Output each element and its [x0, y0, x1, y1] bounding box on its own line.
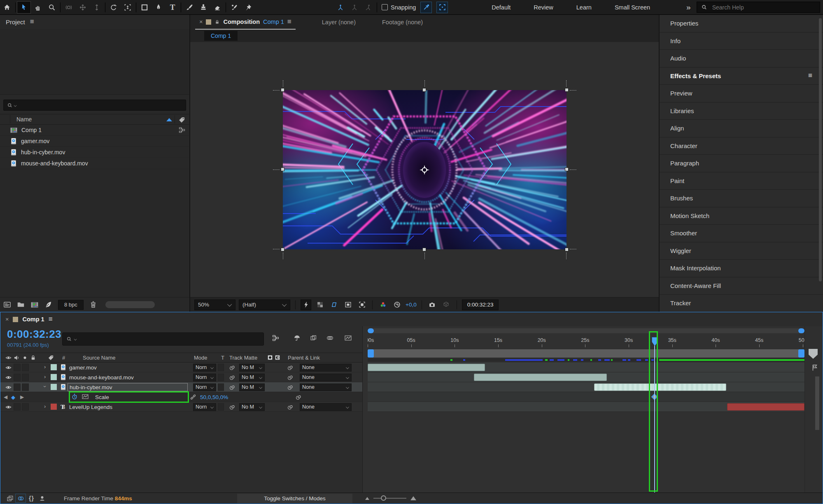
- timeline-graph-area[interactable]: 0:00s05s10s15s20s25s30s35s40s45s50s: [368, 326, 804, 492]
- sidebar-panel-properties[interactable]: Properties: [660, 15, 823, 33]
- selection-handle[interactable]: [281, 167, 284, 171]
- label-color-swatch[interactable]: [51, 364, 57, 370]
- time-ruler[interactable]: 0:00s05s10s15s20s25s30s35s40s45s50s: [368, 335, 804, 348]
- quill-icon[interactable]: [44, 301, 52, 309]
- flowchart-icon[interactable]: [179, 127, 185, 133]
- preserve-transparency-cell[interactable]: [218, 383, 224, 391]
- close-icon[interactable]: ×: [5, 316, 9, 323]
- label-color-swatch[interactable]: [51, 404, 57, 410]
- shy-layers-icon[interactable]: [37, 494, 47, 503]
- expand-arrow-icon[interactable]: ›: [44, 403, 46, 409]
- selection-handle[interactable]: [565, 88, 569, 92]
- collapse-arrow-icon[interactable]: ›: [42, 386, 48, 387]
- mode-dropdown[interactable]: Norn: [193, 403, 216, 411]
- sidebar-panel-tracker[interactable]: Tracker: [660, 295, 823, 312]
- video-frame[interactable]: [283, 90, 567, 249]
- home-icon[interactable]: [0, 1, 14, 14]
- sidebar-panel-preview[interactable]: Preview: [660, 85, 823, 102]
- parent-dropdown[interactable]: None: [300, 403, 352, 411]
- audio-switch-cell[interactable]: [14, 364, 21, 371]
- preserve-transparency-cell[interactable]: [218, 364, 224, 371]
- sidebar-panel-paint[interactable]: Paint: [660, 172, 823, 190]
- keyframe-at-time-icon[interactable]: ◆: [11, 394, 15, 400]
- label-column-tag-icon[interactable]: [48, 355, 54, 361]
- project-item-gamer[interactable]: gamer.mov: [0, 136, 189, 147]
- eraser-tool[interactable]: [210, 1, 224, 14]
- lock-icon[interactable]: [214, 19, 220, 25]
- workspace-default[interactable]: Default: [480, 4, 522, 11]
- interpret-footage-icon[interactable]: [3, 301, 11, 309]
- eye-icon[interactable]: [5, 384, 12, 390]
- selection-handle[interactable]: [422, 88, 426, 92]
- project-search-input[interactable]: [19, 102, 182, 109]
- selection-tool[interactable]: [17, 1, 31, 14]
- brush-tool[interactable]: [182, 1, 196, 14]
- project-item-hub-in-cyber[interactable]: hub-in-cyber.mov: [0, 147, 189, 158]
- workspace-learn[interactable]: Learn: [565, 4, 603, 11]
- tab-composition[interactable]: × Composition Comp 1 ≡: [195, 15, 296, 30]
- exposure-value[interactable]: +0,0: [406, 302, 417, 308]
- dimension-link-icon[interactable]: [190, 394, 196, 400]
- sidebar-panel-character[interactable]: Character: [660, 137, 823, 155]
- number-column[interactable]: #: [62, 355, 65, 361]
- fast-previews-icon[interactable]: [301, 300, 311, 310]
- exposure-icon[interactable]: [392, 300, 402, 310]
- sidebar-panel-motion-sketch[interactable]: Motion Sketch: [660, 207, 823, 225]
- parent-link-column[interactable]: Parent & Link: [288, 355, 320, 361]
- layer-bar[interactable]: [727, 403, 804, 411]
- layer-name[interactable]: mouse-and-keyboard.mov: [69, 372, 134, 382]
- sidebar-panel-audio[interactable]: Audio: [660, 50, 823, 67]
- timeline-vertical-scrollbar[interactable]: [815, 376, 819, 430]
- puppet-pin-tool[interactable]: [241, 1, 255, 14]
- preserve-transparency-cell[interactable]: [218, 403, 224, 411]
- show-snapshot-icon[interactable]: [441, 300, 452, 310]
- sidebar-panel-libraries[interactable]: Libraries: [660, 102, 823, 120]
- type-tool[interactable]: T: [166, 1, 180, 14]
- comp-subtab[interactable]: Comp 1: [204, 31, 238, 41]
- view-axis-mode-icon[interactable]: [360, 1, 377, 14]
- panel-menu-icon[interactable]: ≡: [49, 315, 53, 323]
- layer-row-2[interactable]: › 2 mouse-and-keyboard.mov Norn No M Non…: [0, 372, 362, 382]
- transparency-grid-icon[interactable]: [315, 300, 325, 310]
- quality-icon[interactable]: [811, 364, 818, 372]
- panel-menu-icon[interactable]: ≡: [287, 18, 291, 26]
- project-item-mouse-and-keyboard[interactable]: mouse-and-keyboard.mov: [0, 158, 189, 169]
- timeline-horizontal-scrollbar[interactable]: [368, 328, 804, 333]
- world-axis-mode-icon[interactable]: [347, 1, 361, 14]
- tab-layer[interactable]: Layer (none): [298, 19, 380, 26]
- work-area-bar[interactable]: [368, 349, 804, 358]
- expand-arrow-icon[interactable]: ›: [44, 364, 46, 370]
- selection-handle[interactable]: [281, 88, 284, 92]
- new-folder-icon[interactable]: [17, 301, 25, 309]
- sidebar-panel-align[interactable]: Align: [660, 120, 823, 137]
- label-color-swatch[interactable]: [51, 384, 57, 390]
- help-search-input[interactable]: [711, 4, 794, 11]
- parent-dropdown[interactable]: None: [300, 364, 352, 372]
- parent-pick-whip-icon[interactable]: [287, 404, 294, 410]
- layer-name[interactable]: gamer.mov: [69, 362, 97, 372]
- track-matte-dropdown[interactable]: No M: [239, 403, 265, 411]
- workspace-review[interactable]: Review: [522, 4, 565, 11]
- sort-ascending-icon[interactable]: [166, 118, 172, 121]
- next-keyframe-icon[interactable]: ▶: [20, 394, 24, 400]
- motion-blur-icon[interactable]: [326, 334, 333, 341]
- layer-lane[interactable]: [368, 382, 804, 392]
- lock-switch-cell[interactable]: [22, 374, 29, 381]
- sidebar-panel-effects-presets[interactable]: Effects & Presets≡: [660, 67, 823, 85]
- project-scrollbar[interactable]: [105, 301, 155, 308]
- eye-icon[interactable]: [5, 364, 12, 371]
- audio-switch-cell[interactable]: [14, 374, 21, 381]
- selection-handle[interactable]: [281, 248, 284, 251]
- lock-switch-cell[interactable]: [22, 364, 29, 371]
- rectangle-tool[interactable]: [138, 1, 152, 14]
- clone-stamp-tool[interactable]: [196, 1, 210, 14]
- work-area-start-handle[interactable]: [368, 349, 374, 358]
- lock-column-icon[interactable]: [30, 355, 36, 361]
- composition-mini-flowchart-icon[interactable]: [272, 334, 279, 341]
- project-item-comp1[interactable]: Comp 1: [0, 125, 189, 136]
- project-name-column[interactable]: Name: [16, 116, 32, 123]
- composition-region-icon[interactable]: [357, 300, 367, 310]
- workspace-small-screen[interactable]: Small Screen: [603, 4, 662, 11]
- zoom-in-icon[interactable]: [410, 496, 416, 500]
- parent-dropdown[interactable]: None: [300, 383, 352, 391]
